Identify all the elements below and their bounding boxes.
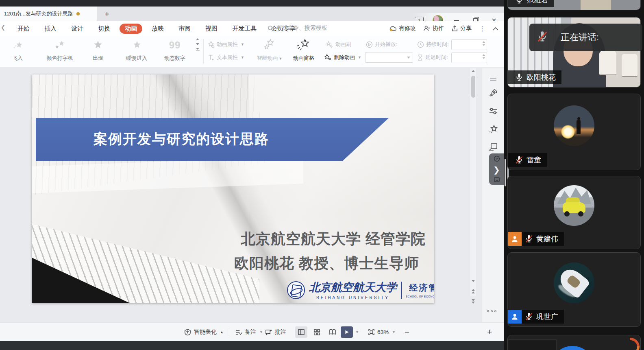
animation-slow-enter[interactable]: 缓慢进入 bbox=[116, 38, 157, 62]
logo-university-cn: 北京航空航天大学 bbox=[309, 280, 397, 295]
tab-review[interactable]: 审阅 bbox=[173, 24, 196, 34]
next-slide-button[interactable] bbox=[471, 299, 475, 304]
document-tab[interactable]: 1201南...发与研究的设计思路 bbox=[0, 7, 97, 21]
slide-canvas[interactable]: 案例开发与研究的设计思路 北京航空航天大学 经管学院 欧阳桃花 教授、博士生导师… bbox=[0, 67, 504, 322]
animation-pane-button[interactable]: 动画窗格 bbox=[287, 38, 320, 62]
rocket-icon[interactable] bbox=[488, 88, 498, 98]
tab-insert[interactable]: 插入 bbox=[39, 24, 62, 34]
avatar-yacht bbox=[554, 262, 594, 303]
duration-input[interactable] bbox=[451, 39, 487, 50]
delete-animation-button[interactable]: 删除动画▼ bbox=[324, 54, 361, 61]
start-play-select[interactable] bbox=[365, 52, 413, 63]
object-properties-icon[interactable] bbox=[488, 106, 498, 116]
comments-button[interactable]: 批注 bbox=[265, 323, 286, 341]
rail-handle-icon[interactable] bbox=[488, 74, 498, 85]
feedback-icon bbox=[494, 177, 500, 183]
panel-collapse-flyout[interactable]: ? ❯ bbox=[489, 153, 504, 185]
presenter-badge-blue bbox=[508, 310, 522, 324]
participant-tile[interactable]: 雷童 bbox=[507, 94, 641, 170]
collaborate-button[interactable]: 协作 bbox=[423, 25, 444, 32]
tab-devtools[interactable]: 开发工具 bbox=[227, 24, 262, 34]
layers-icon[interactable] bbox=[488, 141, 498, 152]
animation-dynamic-number[interactable]: 99 动态数字 bbox=[155, 38, 194, 62]
command-search[interactable]: 查找命令、搜索模板 bbox=[268, 24, 327, 32]
presenter-badge-orange bbox=[508, 232, 522, 246]
bottom-strip bbox=[0, 341, 504, 350]
smart-animation-button[interactable]: 智能动画▼ bbox=[250, 38, 289, 62]
chevron-down-icon bbox=[407, 57, 410, 59]
gallery-scroll-up-icon[interactable] bbox=[196, 38, 199, 40]
more-menu-button[interactable]: ⋮ bbox=[479, 25, 485, 33]
participant-name: 巩世广 bbox=[536, 312, 558, 322]
participant-namebar: 范雅君 bbox=[508, 0, 554, 7]
delay-input[interactable] bbox=[451, 52, 487, 63]
vertical-scrollbar[interactable] bbox=[470, 68, 476, 296]
zoom-in-button[interactable]: + bbox=[487, 323, 492, 341]
smart-beautify-button[interactable]: 智能美化▲ bbox=[184, 323, 224, 341]
notes-button[interactable]: 备注▼ bbox=[235, 323, 263, 341]
participant-name: 范雅君 bbox=[527, 0, 548, 5]
participant-tile[interactable]: 黄建伟 bbox=[507, 176, 641, 249]
play-button[interactable] bbox=[341, 326, 353, 338]
participant-namebar: 欧阳桃花 bbox=[508, 70, 561, 84]
scroll-down-button[interactable] bbox=[471, 280, 475, 282]
animation-appear[interactable]: 出现 bbox=[80, 38, 115, 62]
new-tab-button[interactable]: + bbox=[102, 9, 112, 20]
logo-divider bbox=[401, 282, 402, 299]
person-icon bbox=[511, 235, 519, 243]
tab-transition[interactable]: 切换 bbox=[93, 24, 115, 34]
meeting-participants-panel: 范雅君 欧阳桃花 正在讲话: bbox=[504, 0, 644, 350]
slow-enter-star-icon bbox=[116, 38, 157, 52]
participant-tile[interactable]: 巩世广 bbox=[507, 252, 641, 327]
tab-home[interactable]: 开始 bbox=[12, 24, 35, 34]
zoom-out-button[interactable]: − bbox=[405, 328, 409, 337]
cloud-sync-icon bbox=[389, 25, 397, 32]
collapse-ribbon-button[interactable] bbox=[493, 27, 498, 31]
participant-tile[interactable] bbox=[507, 335, 641, 350]
scrollbar-thumb[interactable] bbox=[471, 76, 475, 98]
search-placeholder: 查找命令、搜索模板 bbox=[276, 24, 327, 32]
window-top-strip bbox=[0, 0, 504, 7]
smart-animation-icon bbox=[263, 38, 276, 51]
scroll-up-button[interactable] bbox=[471, 70, 475, 72]
zoom-presets-button[interactable]: ▼ bbox=[392, 330, 396, 334]
delete-animation-icon bbox=[324, 54, 332, 61]
mic-muted-icon bbox=[515, 155, 523, 164]
animation-fly-in[interactable]: 飞入 bbox=[0, 38, 35, 62]
zoom-value[interactable]: 63% bbox=[377, 329, 389, 335]
modified-status[interactable]: 有修改 bbox=[389, 25, 416, 32]
delay-label: 延迟时间: bbox=[417, 54, 448, 61]
animation-properties-button[interactable]: 动画属性▼ bbox=[207, 41, 244, 48]
dynamic-number-icon: 99 bbox=[169, 39, 181, 51]
participant-tile[interactable]: 范雅君 bbox=[507, 0, 641, 10]
slide[interactable]: 案例开发与研究的设计思路 北京航空航天大学 经管学院 欧阳桃花 教授、博士生导师… bbox=[32, 74, 434, 303]
slide-sorter-button[interactable] bbox=[311, 326, 323, 338]
animation-star-icon[interactable] bbox=[488, 124, 498, 134]
animation-color-typewriter[interactable]: 颜色打字机 bbox=[37, 38, 82, 62]
play-options-button[interactable]: ▼ bbox=[355, 330, 359, 334]
participant-namebar: 黄建伟 bbox=[508, 232, 564, 246]
gallery-more-button[interactable] bbox=[196, 48, 200, 50]
modified-label: 有修改 bbox=[399, 25, 416, 32]
avatar-yellow-car bbox=[554, 185, 594, 226]
gallery-scroll-buttons bbox=[194, 38, 201, 50]
toast-divider bbox=[554, 29, 554, 46]
text-properties-button[interactable]: 文本属性▼ bbox=[207, 54, 244, 61]
toolbar-separator bbox=[203, 39, 204, 63]
animation-brush-button[interactable]: 动画刷 bbox=[325, 41, 351, 48]
rail-more-button[interactable] bbox=[487, 310, 496, 312]
share-button[interactable]: 分享 bbox=[451, 25, 472, 32]
normal-view-button[interactable] bbox=[295, 326, 307, 338]
tab-view[interactable]: 视图 bbox=[200, 24, 223, 34]
previous-slide-button[interactable] bbox=[471, 289, 475, 293]
participant-namebar: 巩世广 bbox=[508, 310, 564, 324]
fit-slide-icon[interactable] bbox=[368, 329, 375, 335]
menu-overflow-icon[interactable]: ❮ bbox=[1, 24, 5, 31]
reading-view-icon bbox=[329, 329, 336, 335]
gallery-scroll-down-icon[interactable] bbox=[196, 43, 199, 45]
reading-view-button[interactable] bbox=[326, 326, 338, 338]
status-bar: 智能美化▲ 备注▼ 批注 ▼ 63% ▼ bbox=[0, 322, 504, 341]
tab-design[interactable]: 设计 bbox=[66, 24, 89, 34]
tab-animation-active[interactable]: 动画 bbox=[120, 24, 142, 34]
tab-slideshow[interactable]: 放映 bbox=[146, 24, 169, 34]
